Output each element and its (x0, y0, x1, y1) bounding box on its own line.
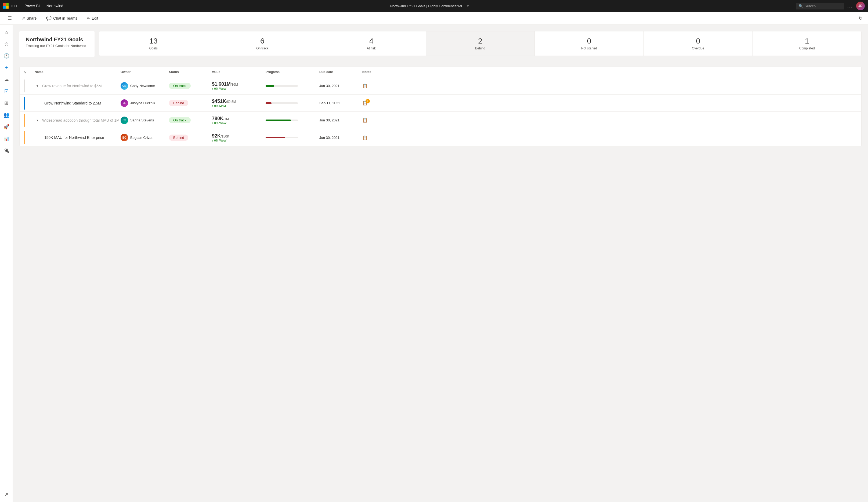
notes-icon[interactable]: 📋 (362, 135, 368, 140)
table-col-owner: Owner (121, 70, 169, 74)
chat-in-teams-button[interactable]: 💬 Chat in Teams (44, 14, 79, 22)
stat-goals[interactable]: 13 Goals (99, 31, 208, 55)
topbar-divider-2 (43, 3, 43, 9)
row-indicator (24, 80, 25, 92)
topbar-right: 🔍 Search ... JD (796, 2, 865, 10)
stat-behind[interactable]: 2 Behind (426, 31, 535, 55)
stat-overdue[interactable]: 0 Overdue (644, 31, 753, 55)
stat-not-started-label: Not started (539, 47, 639, 50)
main-layout: ⌂ ☆ 🕐 + ☁ ☑ ⊞ 👥 🚀 📊 🔌 ↗ Northwind FY21 G… (0, 25, 868, 502)
sidebar-item-goals[interactable]: ☑ (1, 86, 12, 97)
search-icon: 🔍 (799, 4, 803, 8)
sidebar-item-favorites[interactable]: ☆ (1, 39, 12, 49)
notes-cell[interactable]: 📋 2 (362, 101, 384, 105)
collapse-button[interactable]: ▾ (35, 117, 40, 123)
stat-goals-label: Goals (103, 47, 204, 50)
stat-on-track-number: 6 (213, 37, 313, 45)
sidebar-item-shared[interactable]: 👥 (1, 110, 12, 120)
notes-icon[interactable]: 📋 (362, 118, 368, 122)
stat-at-risk[interactable]: 4 At risk (317, 31, 426, 55)
stat-on-track[interactable]: 6 On track (208, 31, 317, 55)
search-box[interactable]: 🔍 Search (796, 3, 844, 9)
sidebar: ⌂ ☆ 🕐 + ☁ ☑ ⊞ 👥 🚀 📊 🔌 ↗ (0, 25, 13, 502)
stats-row: 13 Goals 6 On track 4 At risk 2 Behind 0 (99, 31, 861, 56)
collapse-button[interactable]: ▾ (35, 83, 40, 89)
value-change: ↑ 0% MoM (212, 104, 266, 107)
refresh-icon: ↻ (859, 16, 862, 21)
progress-bg (266, 102, 298, 104)
chat-teams-label: Chat in Teams (53, 16, 77, 20)
goal-name-text: 150K MAU for Northwind Enterprise (44, 135, 104, 140)
progress-cell (266, 85, 319, 87)
owner-avatar: JL (121, 99, 128, 107)
sidebar-item-recent[interactable]: 🕐 (1, 51, 12, 61)
owner-name: Sarina Stevens (130, 118, 154, 122)
notes-icon[interactable]: 📋 (362, 83, 368, 88)
sidebar-item-apps[interactable]: ⊞ (1, 98, 12, 109)
value-target: /1M (224, 117, 229, 121)
share-button[interactable]: ↗ Share (19, 14, 39, 22)
sidebar-item-deploy[interactable]: 🚀 (1, 121, 12, 132)
notes-cell[interactable]: 📋 (362, 117, 384, 123)
progress-fill (266, 137, 285, 138)
row-indicator (24, 114, 25, 127)
menu-button[interactable]: ☰ (6, 14, 14, 23)
more-options-icon[interactable]: ... (847, 3, 853, 9)
notes-icon[interactable]: 📋 2 (362, 101, 368, 105)
goal-name-cell: ▾ Widespread adoption through total MAU … (35, 117, 121, 123)
stat-behind-label: Behind (430, 47, 530, 50)
sidebar-item-connections[interactable]: 🔌 (1, 145, 12, 156)
table-col-due-date: Due date (319, 70, 362, 74)
table-col-progress: Progress (266, 70, 319, 74)
edit-label: Edit (92, 16, 98, 20)
notes-cell[interactable]: 📋 (362, 83, 384, 88)
stat-completed-number: 1 (757, 37, 857, 45)
stat-not-started-number: 0 (539, 37, 639, 45)
refresh-button[interactable]: ↻ (859, 15, 862, 21)
goal-name-text: Grow Northwind Standard to 2.5M (44, 101, 101, 105)
table-col-filter[interactable]: ▽ (24, 70, 35, 74)
progress-fill (266, 120, 291, 121)
topbar-chevron-icon[interactable]: ▾ (467, 4, 469, 8)
progress-cell (266, 120, 319, 121)
owner-cell: CN Carly Newsome (121, 82, 169, 90)
value-cell: 92K/150K ↑ 0% WoW (212, 133, 266, 142)
topbar-workspace: Northwind (46, 4, 63, 8)
progress-bar (266, 102, 298, 104)
svg-rect-2 (3, 6, 6, 9)
stat-not-started[interactable]: 0 Not started (535, 31, 644, 55)
status-cell: On track (169, 117, 212, 123)
row-indicator (24, 97, 25, 110)
progress-bar (266, 85, 298, 87)
goal-name-text: Grow revenue for Northwind to $6M (42, 84, 102, 88)
edit-button[interactable]: ✏ Edit (85, 14, 101, 22)
owner-name: Carly Newsome (130, 84, 155, 88)
value-target: /150K (221, 135, 229, 138)
sidebar-item-home[interactable]: ⌂ (1, 27, 12, 38)
table-col-status: Status (169, 70, 212, 74)
status-badge: Behind (169, 135, 188, 141)
user-avatar[interactable]: JD (856, 2, 865, 10)
progress-bg (266, 85, 298, 87)
value-main: 92K (212, 133, 221, 139)
page-header: Northwind FY21 Goals Tracking our FY21 G… (19, 31, 94, 57)
ms-logo-icon (3, 3, 9, 9)
sidebar-item-datasets[interactable]: ☁ (1, 74, 12, 85)
topbar: DXT Power BI Northwind Northwind FY21 Go… (0, 0, 868, 12)
sidebar-item-metrics[interactable]: 📊 (1, 133, 12, 144)
value-main: $451K (212, 99, 226, 104)
stat-completed[interactable]: 1 Completed (753, 31, 861, 55)
value-change: ↑ 0% WoW (212, 87, 266, 90)
avatar-initials: JD (858, 4, 862, 8)
row-indicator-col (24, 114, 35, 127)
status-cell: On track (169, 83, 212, 89)
sidebar-item-create[interactable]: + (1, 62, 12, 73)
row-indicator (24, 131, 25, 144)
sidebar-item-external[interactable]: ↗ (1, 489, 12, 500)
topbar-dxt-label: DXT (11, 4, 18, 8)
value-change: ↑ 0% WoW (212, 139, 266, 142)
menu-icon: ☰ (8, 15, 12, 21)
table-row: 150K MAU for Northwind Enterprise BC Bog… (20, 129, 861, 146)
notes-cell[interactable]: 📋 (362, 135, 384, 140)
progress-bar (266, 120, 298, 121)
